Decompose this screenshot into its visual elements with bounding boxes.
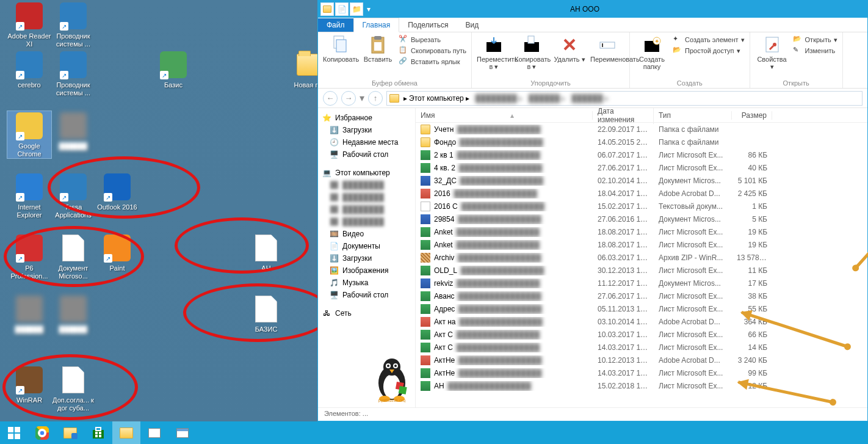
breadcrumb[interactable]: ▸ Этот компьютер ▸ ████████ ▸ ██████ ▸ █… — [386, 91, 863, 106]
qat-newfolder-icon[interactable]: 📁 — [350, 2, 363, 16]
desktop-icon[interactable]: ↗P6 Profession... — [7, 233, 51, 280]
ribbon-copyto[interactable]: Копировать в ▾ — [515, 35, 549, 71]
table-row[interactable]: АН████████████████15.02.2018 18:08Лист M… — [416, 379, 867, 392]
desktop-icon[interactable]: ██████ — [51, 294, 95, 333]
nav-back-icon[interactable]: ← — [323, 91, 338, 106]
ribbon-copy[interactable]: Копировать — [323, 35, 357, 63]
ribbon-rename[interactable]: Переименовать — [590, 35, 624, 63]
nav-desktop2[interactable]: 🖥️Рабочий стол — [318, 289, 415, 301]
col-type[interactable]: Тип — [654, 111, 732, 120]
table-row[interactable]: 2 кв 1████████████████06.07.2017 17:57Ли… — [416, 148, 867, 161]
nav-downloads[interactable]: ⬇️Загрузки — [318, 124, 415, 136]
desktop-icon[interactable]: ↗WinRAR — [7, 365, 51, 404]
ribbon-paste[interactable]: Вставить — [361, 35, 395, 63]
desktop-icon[interactable]: ↗Проводник системы ... — [51, 1, 95, 48]
desktop-icon[interactable]: ↗Проводник системы ... — [51, 50, 95, 97]
taskbar-window-icon[interactable] — [168, 421, 197, 444]
table-row[interactable]: АктНе████████████████10.12.2013 16:09Ado… — [416, 354, 867, 366]
nav-drive-blur[interactable]: 💽████████ — [318, 203, 415, 216]
table-row[interactable]: 2016████████████████18.04.2017 15:54Adob… — [416, 187, 867, 200]
col-size[interactable]: Размер — [732, 111, 772, 120]
tab-view[interactable]: Вид — [457, 18, 487, 32]
breadcrumb-seg-blur[interactable]: ████████ ▸ — [474, 94, 524, 103]
qat-properties-icon[interactable]: 📄 — [335, 2, 349, 16]
tab-share[interactable]: Поделиться — [399, 18, 457, 32]
ribbon-copypath[interactable]: 📋Скопировать путь — [399, 46, 466, 56]
nav-recent[interactable]: 🕘Недавние места — [318, 136, 415, 148]
desktop-icon[interactable]: ↗Paint — [95, 233, 139, 272]
nav-documents[interactable]: 📄Документы — [318, 240, 415, 252]
nav-pictures[interactable]: 🖼️Изображения — [318, 264, 415, 277]
start-button[interactable] — [0, 421, 28, 444]
tab-home[interactable]: Главная — [353, 18, 400, 32]
table-row[interactable]: rekviz████████████████11.12.2017 11:32До… — [416, 277, 867, 289]
titlebar[interactable]: 📄 📁 ▾ АН ООО — [318, 1, 867, 18]
desktop-icon[interactable]: ↗cerebro — [7, 50, 51, 89]
desktop-icon[interactable]: ██████ — [7, 294, 51, 333]
nav-network[interactable]: 🖧Сеть — [318, 307, 415, 319]
ribbon-cut[interactable]: ✂️Вырезать — [399, 35, 466, 45]
table-row[interactable]: 29854████████████████27.06.2016 12:21Док… — [416, 213, 867, 225]
col-name[interactable]: Имя▴ — [416, 111, 593, 120]
ribbon-moveto[interactable]: Переместить в ▾ — [477, 35, 511, 71]
nav-favorites[interactable]: ⭐Избранное — [318, 112, 415, 124]
table-row[interactable]: OLD_L████████████████30.12.2013 13:51Лис… — [416, 264, 867, 277]
nav-desktop[interactable]: 🖥️Рабочий стол — [318, 148, 415, 161]
desktop-icon[interactable]: ↗Google Chrome — [7, 111, 51, 158]
breadcrumb-seg-blur[interactable]: ██████ ▸ — [570, 94, 610, 103]
table-row[interactable]: Anket████████████████18.08.2017 16:34Лис… — [416, 225, 867, 238]
desktop-icon[interactable]: ↗Базис — [151, 50, 195, 89]
table-row[interactable]: Учетн████████████████22.09.2017 13:51Пап… — [416, 123, 867, 136]
ribbon-properties[interactable]: Свойства ▾ — [755, 35, 789, 71]
desktop-icon[interactable]: ██████ — [51, 111, 95, 150]
qat-dropdown-icon[interactable]: ▾ — [364, 5, 373, 13]
table-row[interactable]: АктНе████████████████14.03.2017 11:14Лис… — [416, 366, 867, 379]
desktop-icon[interactable]: ↗Outlook 2016 — [95, 172, 139, 211]
table-row[interactable]: Anket████████████████18.08.2017 13:46Лис… — [416, 238, 867, 251]
breadcrumb-seg-blur[interactable]: ██████ ▸ — [527, 94, 567, 103]
table-row[interactable]: Фондо████████████████14.05.2015 2:44Папк… — [416, 136, 867, 148]
ribbon-newfolder[interactable]: ✦Создать папку — [635, 35, 669, 70]
nav-videos[interactable]: 🎞️Видео — [318, 228, 415, 240]
table-row[interactable]: Акт на████████████████03.10.2014 12:14Ad… — [416, 315, 867, 328]
ribbon-pastelink[interactable]: 🔗Вставить ярлык — [399, 57, 466, 67]
ribbon-delete[interactable]: Удалить ▾ — [552, 35, 587, 64]
nav-up-icon[interactable]: ↑ — [368, 91, 383, 106]
table-row[interactable]: 4 кв. 2████████████████27.06.2017 17:20Л… — [416, 161, 867, 174]
col-date[interactable]: Дата изменения — [593, 108, 654, 124]
taskbar-explorer-icon[interactable] — [56, 421, 84, 444]
table-row[interactable]: 32_ДС████████████████02.10.2014 12:11Док… — [416, 174, 867, 187]
table-row[interactable]: Аванс████████████████27.06.2017 17:20Лис… — [416, 289, 867, 302]
taskbar-explorer-active-icon[interactable] — [112, 421, 140, 444]
desktop-icon[interactable]: Доп.согла... к дог суба... — [51, 365, 95, 412]
desktop-icon[interactable]: ↗Tessa Applications — [51, 172, 95, 219]
taskbar-chrome-icon[interactable] — [28, 421, 56, 444]
desktop-icon[interactable]: ↗Adobe Reader XI — [7, 1, 51, 48]
nav-music[interactable]: 🎵Музыка — [318, 277, 415, 289]
nav-forward-icon[interactable]: → — [341, 91, 356, 106]
table-row[interactable]: Archiv████████████████06.03.2017 16:06Ар… — [416, 251, 867, 264]
nav-thispc[interactable]: 💻Этот компьютер — [318, 167, 415, 179]
taskbar-store-icon[interactable] — [84, 421, 112, 444]
nav-drive-blur[interactable]: 💽████████ — [318, 216, 415, 228]
nav-pane[interactable]: ⭐Избранное ⬇️Загрузки 🕘Недавние места 🖥️… — [318, 108, 416, 407]
table-row[interactable]: Акт С████████████████14.03.2017 17:37Лис… — [416, 341, 867, 354]
taskbar-blank-icon[interactable] — [140, 421, 168, 444]
ribbon-easyaccess[interactable]: 📂Простой доступ ▾ — [673, 46, 745, 56]
nav-drive-blur[interactable]: 💽████████ — [318, 191, 415, 203]
ribbon-edit[interactable]: ✎Изменить — [793, 46, 837, 56]
desktop-icon[interactable]: Документ Microso... — [51, 233, 95, 280]
desktop[interactable]: ↗Adobe Reader XI↗Проводник системы ...↗c… — [0, 0, 317, 421]
tab-file[interactable]: Файл — [318, 18, 353, 32]
desktop-icon[interactable]: БАЗИС — [244, 294, 288, 333]
qat-explorer-icon[interactable] — [320, 2, 334, 16]
breadcrumb-root[interactable]: ▸ Этот компьютер ▸ — [402, 94, 471, 103]
nav-history-icon[interactable]: ▾ — [360, 92, 364, 104]
nav-downloads2[interactable]: ⬇️Загрузки — [318, 252, 415, 264]
table-row[interactable]: 2016 С████████████████15.02.2017 18:50Те… — [416, 200, 867, 213]
desktop-icon[interactable]: АН — [244, 233, 288, 272]
desktop-icon[interactable]: ↗Internet Explorer — [7, 172, 51, 219]
nav-drive-blur[interactable]: 💽████████ — [318, 179, 415, 191]
table-row[interactable]: Адрес████████████████05.11.2013 12:31Лис… — [416, 302, 867, 315]
ribbon-newitem[interactable]: ✦Создать элемент ▾ — [673, 35, 745, 45]
